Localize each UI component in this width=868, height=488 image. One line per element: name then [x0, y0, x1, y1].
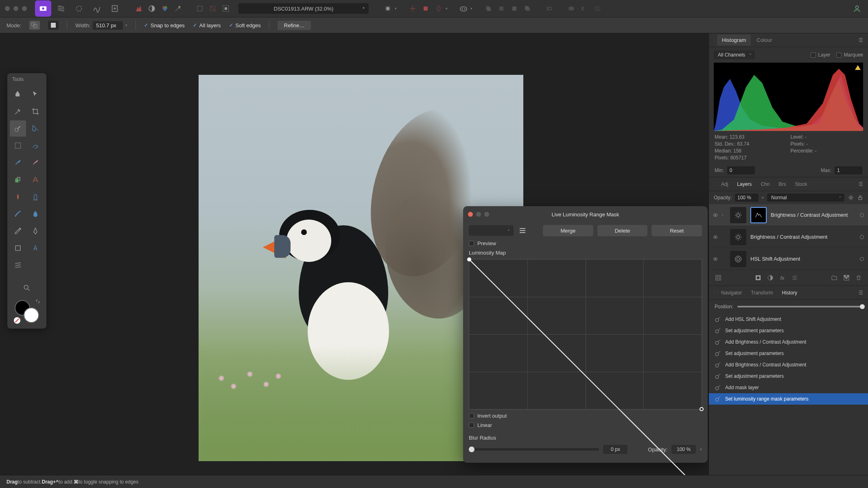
all-layers-toggle[interactable]: ✓All layers	[193, 22, 221, 28]
auto-contrast-icon[interactable]	[146, 2, 158, 15]
blur-radius-slider[interactable]	[469, 448, 599, 451]
layer-scope-toggle[interactable]: Layer	[811, 52, 831, 58]
hist-max-input[interactable]	[835, 166, 862, 174]
tab-channels[interactable]: Chn	[756, 179, 774, 189]
selection-brush-tool[interactable]	[10, 120, 26, 137]
history-item[interactable]: Set adjustment parameters	[709, 348, 868, 359]
view-tool[interactable]	[10, 86, 26, 102]
tab-histogram[interactable]: Histogram	[717, 35, 751, 46]
export-persona[interactable]	[107, 0, 123, 17]
dialog-zoom[interactable]	[484, 212, 489, 217]
auto-levels-icon[interactable]	[133, 2, 145, 15]
dodge-brush-tool[interactable]	[10, 189, 26, 205]
history-item[interactable]: Add Brightness / Contrast Adjustment	[709, 359, 868, 370]
layer-name[interactable]: Brightness / Contrast Adjustment	[750, 234, 856, 240]
mesh-warp-tool[interactable]	[10, 257, 26, 273]
mask-thumbnail[interactable]	[750, 207, 767, 223]
develop-persona[interactable]	[71, 0, 87, 17]
visibility-icon[interactable]	[713, 235, 718, 240]
snap-to-edges-toggle[interactable]: ✓Snap to edges	[144, 22, 185, 28]
auto-colours-icon[interactable]	[159, 2, 171, 15]
gear-icon[interactable]	[848, 194, 854, 201]
colour-picker-tool[interactable]	[10, 103, 26, 120]
panel-menu-icon[interactable]: ☰	[857, 36, 865, 45]
show-grid-icon[interactable]	[433, 2, 445, 15]
layer-opacity-input[interactable]	[735, 194, 759, 202]
expand-icon[interactable]: ›	[722, 213, 726, 217]
close-window[interactable]	[5, 6, 10, 11]
tab-transform[interactable]: Transform	[747, 288, 777, 298]
layer-item[interactable]: Brightness / Contrast Adjustment	[709, 226, 868, 248]
eyedropper-tool[interactable]	[10, 223, 26, 239]
assistant-icon[interactable]	[457, 2, 470, 15]
preset-menu-icon[interactable]	[518, 226, 527, 235]
move-back-icon[interactable]	[482, 2, 494, 15]
move-tool[interactable]	[27, 86, 44, 102]
history-item[interactable]: Add mask layer	[709, 382, 868, 393]
layer-name[interactable]: Brightness / Contrast Adjustment	[771, 212, 856, 218]
minimize-window[interactable]	[13, 6, 18, 11]
lock-icon[interactable]	[857, 195, 863, 200]
rectangle-tool[interactable]	[10, 240, 26, 256]
marquee-tool[interactable]	[10, 137, 26, 154]
colour-selector[interactable]	[15, 300, 39, 323]
curve-point-end[interactable]	[700, 407, 704, 411]
zoom-window[interactable]	[22, 6, 27, 11]
history-position-slider[interactable]	[737, 306, 862, 307]
bool-subtract-icon[interactable]	[578, 2, 590, 15]
layer-tag-dot[interactable]	[860, 257, 864, 261]
move-forward-icon[interactable]	[508, 2, 520, 15]
dialog-close[interactable]	[468, 212, 473, 217]
delete-layer-icon[interactable]	[854, 273, 863, 282]
tab-brushes[interactable]: Brs	[774, 179, 790, 189]
fx-layer-icon[interactable]: fx	[778, 273, 787, 282]
move-backward-icon[interactable]	[495, 2, 507, 15]
soft-edges-toggle[interactable]: ✓Soft edges	[229, 22, 261, 28]
delete-button[interactable]: Delete	[597, 225, 648, 236]
tone-map-persona[interactable]	[89, 0, 105, 17]
dialog-minimize[interactable]	[476, 212, 481, 217]
live-filter-icon[interactable]	[790, 273, 799, 282]
hist-min-input[interactable]	[727, 166, 755, 174]
history-item[interactable]: Add Brightness / Contrast Adjustment	[709, 336, 868, 348]
preview-toggle[interactable]: Preview	[463, 239, 708, 248]
bool-add-icon[interactable]	[565, 2, 577, 15]
text-tool[interactable]	[27, 240, 44, 256]
merge-button[interactable]: Merge	[543, 225, 593, 236]
select-all-icon[interactable]	[194, 2, 206, 15]
panel-menu-icon[interactable]: ☰	[857, 288, 865, 297]
freehand-selection-tool[interactable]	[27, 137, 44, 154]
reset-button[interactable]: Reset	[652, 225, 702, 236]
tab-colour[interactable]: Colour	[752, 35, 777, 46]
primary-colour[interactable]	[24, 307, 39, 323]
refine-button[interactable]: Refine…	[278, 21, 311, 30]
mask-layer-icon[interactable]	[754, 273, 763, 282]
account-icon[interactable]	[851, 2, 863, 15]
layer-item[interactable]: HSL Shift Adjustment	[709, 248, 868, 270]
liquify-persona[interactable]	[53, 0, 69, 17]
move-front-icon[interactable]	[521, 2, 533, 15]
document-title[interactable]: DSC01913.ARW (32.0%) *	[238, 3, 369, 14]
erase-brush-tool[interactable]	[27, 155, 44, 171]
pen-tool[interactable]	[27, 223, 44, 239]
layer-item[interactable]: › Brightness / Contrast Adjustment	[709, 204, 868, 226]
width-input[interactable]	[93, 21, 123, 30]
tab-navigator[interactable]: Navigator	[717, 288, 746, 298]
crop-tool[interactable]	[27, 103, 44, 120]
auto-white-balance-icon[interactable]	[172, 2, 184, 15]
panel-drag-icon[interactable]: ⋮⋮	[712, 38, 716, 42]
blur-brush-tool[interactable]	[27, 206, 44, 222]
paint-brush-tool[interactable]	[10, 155, 26, 171]
smudge-brush-tool[interactable]	[10, 206, 26, 222]
panel-menu-icon[interactable]: ☰	[857, 180, 865, 189]
marquee-scope-toggle[interactable]: Marquee	[836, 52, 863, 58]
photo-persona[interactable]	[35, 0, 51, 17]
history-item[interactable]: Set luminosity range mask parameters	[709, 393, 868, 405]
align-icon[interactable]	[543, 2, 555, 15]
channels-dropdown[interactable]: All Channels	[714, 50, 755, 59]
preset-dropdown[interactable]	[469, 225, 514, 236]
layer-tag-dot[interactable]	[860, 235, 864, 239]
curve-point-start[interactable]	[467, 257, 471, 261]
visibility-icon[interactable]	[713, 213, 718, 218]
layer-name[interactable]: HSL Shift Adjustment	[750, 256, 856, 262]
